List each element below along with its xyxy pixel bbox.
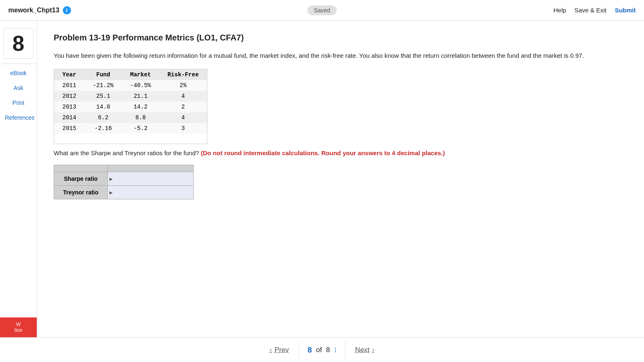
table-header-row: Year Fund Market Risk-Free bbox=[54, 69, 207, 80]
table-cell: 6.2 bbox=[85, 112, 122, 123]
saved-badge: Saved bbox=[307, 5, 337, 15]
table-cell: -21.2% bbox=[85, 80, 122, 91]
red-bar-label: Wtion bbox=[14, 322, 22, 333]
table-cell: -2.16 bbox=[85, 123, 122, 134]
page-title: mework_Chpt13 bbox=[8, 7, 59, 14]
table-cell: 3 bbox=[159, 123, 207, 134]
question-text: What are the Sharpe and Treynor ratios f… bbox=[54, 148, 627, 158]
table-cell: 2% bbox=[159, 80, 207, 91]
answer-table: Sharpe ratio Treynor ratio bbox=[54, 165, 194, 199]
table-row: 201314.014.22 bbox=[54, 102, 207, 112]
page-indicator: 8 of 8 ⁝ bbox=[299, 341, 345, 359]
table-row: Treynor ratio bbox=[54, 186, 194, 199]
sidebar: 8 eBook Ask Print References Wtion bbox=[0, 21, 37, 337]
problem-number: 8 bbox=[8, 33, 29, 54]
table-cell: 2011 bbox=[54, 80, 85, 91]
problem-description: You have been given the following return… bbox=[54, 51, 627, 61]
sidebar-bottom: Wtion bbox=[0, 317, 37, 337]
treynor-ratio-cell[interactable] bbox=[108, 186, 194, 199]
table-cell: 2014 bbox=[54, 112, 85, 123]
header-left: mework_Chpt13 i bbox=[8, 6, 71, 14]
problem-title: Problem 13-19 Performance Metrics (LO1, … bbox=[54, 33, 627, 43]
sidebar-item-print[interactable]: Print bbox=[0, 95, 37, 110]
table-cell: 2 bbox=[159, 102, 207, 112]
sharpe-ratio-label: Sharpe ratio bbox=[54, 172, 108, 186]
problem-number-box: 8 bbox=[3, 28, 33, 59]
table-row: 20146.28.84 bbox=[54, 112, 207, 123]
save-exit-link[interactable]: Save & Exit bbox=[575, 7, 607, 14]
header-right: Help Save & Exit Submit bbox=[554, 7, 636, 14]
next-button[interactable]: Next › bbox=[345, 341, 385, 358]
grid-icon[interactable]: ⁝ bbox=[334, 345, 337, 355]
question-warning: (Do not round intermediate calculations.… bbox=[201, 149, 445, 156]
col-year: Year bbox=[54, 69, 85, 80]
col-fund: Fund bbox=[85, 69, 122, 80]
table-cell: 14.0 bbox=[85, 102, 122, 112]
info-icon[interactable]: i bbox=[63, 6, 71, 14]
table-row: 2015-2.16-5.23 bbox=[54, 123, 207, 134]
table-cell: 2013 bbox=[54, 102, 85, 112]
col-market: Market bbox=[122, 69, 159, 80]
prev-arrow-icon: ‹ bbox=[269, 345, 272, 354]
answer-col-value bbox=[108, 165, 194, 172]
next-arrow-icon: › bbox=[372, 345, 375, 354]
header-center: Saved bbox=[307, 7, 337, 14]
prev-label: Prev bbox=[274, 346, 289, 354]
of-label: of bbox=[316, 346, 322, 354]
total-pages: 8 bbox=[326, 346, 330, 354]
table-cell: 14.2 bbox=[122, 102, 159, 112]
sidebar-item-ebook[interactable]: eBook bbox=[0, 66, 37, 80]
table-row: 2011-21.2%-40.5%2% bbox=[54, 80, 207, 91]
table-cell: 4 bbox=[159, 91, 207, 102]
header: mework_Chpt13 i Saved Help Save & Exit S… bbox=[0, 0, 644, 21]
question-main: What are the Sharpe and Treynor ratios f… bbox=[54, 149, 201, 156]
main-layout: 8 eBook Ask Print References Wtion Probl… bbox=[0, 21, 644, 337]
table-cell: -5.2 bbox=[122, 123, 159, 134]
treynor-ratio-input[interactable] bbox=[115, 189, 188, 196]
data-table: Year Fund Market Risk-Free 2011-21.2%-40… bbox=[54, 69, 207, 134]
table-cell: -40.5% bbox=[122, 80, 159, 91]
data-table-wrapper: Year Fund Market Risk-Free 2011-21.2%-40… bbox=[54, 69, 207, 144]
sharpe-ratio-cell[interactable] bbox=[108, 172, 194, 186]
answer-col-label bbox=[54, 165, 108, 172]
sidebar-item-ask[interactable]: Ask bbox=[0, 80, 37, 95]
sidebar-item-references[interactable]: References bbox=[0, 110, 37, 125]
table-row: 201225.121.14 bbox=[54, 91, 207, 102]
prev-button[interactable]: ‹ Prev bbox=[259, 341, 299, 358]
treynor-ratio-label: Treynor ratio bbox=[54, 186, 108, 199]
table-cell: 8.8 bbox=[122, 112, 159, 123]
current-page: 8 bbox=[307, 345, 312, 355]
table-cell: 25.1 bbox=[85, 91, 122, 102]
table-row: Sharpe ratio bbox=[54, 172, 194, 186]
table-cell: 2012 bbox=[54, 91, 85, 102]
sidebar-divider bbox=[0, 64, 37, 64]
submit-link[interactable]: Submit bbox=[615, 7, 636, 14]
table-cell: 2015 bbox=[54, 123, 85, 134]
table-cell: 4 bbox=[159, 112, 207, 123]
footer-nav: ‹ Prev 8 of 8 ⁝ Next › bbox=[0, 337, 644, 362]
answer-table-header bbox=[54, 165, 194, 172]
red-bar: Wtion bbox=[0, 317, 37, 337]
help-link[interactable]: Help bbox=[554, 7, 566, 14]
col-riskfree: Risk-Free bbox=[159, 69, 207, 80]
sharpe-ratio-input[interactable] bbox=[115, 175, 188, 182]
main-content: Problem 13-19 Performance Metrics (LO1, … bbox=[37, 21, 644, 337]
next-label: Next bbox=[355, 346, 370, 354]
table-cell: 21.1 bbox=[122, 91, 159, 102]
